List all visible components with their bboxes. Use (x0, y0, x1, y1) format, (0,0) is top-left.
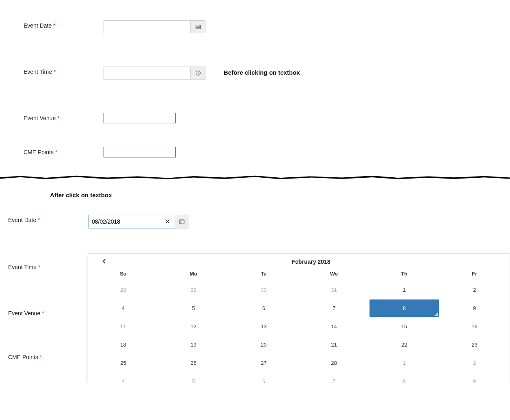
datepicker-dow: Su (88, 267, 158, 281)
clock-button[interactable] (191, 67, 205, 80)
label-event-date: Event Date * (8, 215, 88, 224)
datepicker-day[interactable]: 15 (370, 318, 439, 335)
datepicker-day[interactable]: 2 (440, 281, 509, 299)
datepicker-day[interactable]: 7 (299, 373, 369, 383)
datepicker-day[interactable]: 12 (159, 318, 228, 335)
datepicker-day[interactable]: 18 (89, 336, 158, 353)
datepicker-day[interactable]: 30 (229, 281, 298, 299)
label-text: Event Venue (24, 115, 56, 121)
row-event-venue: Event Venue * (24, 113, 486, 123)
datepicker-day[interactable]: 13 (229, 318, 298, 335)
datepicker-day[interactable]: 5 (159, 299, 228, 317)
svg-rect-6 (199, 27, 200, 28)
svg-rect-8 (198, 28, 199, 29)
label-event-date: Event Date * (24, 20, 104, 30)
event-date-input[interactable] (88, 215, 175, 228)
datepicker-dow: We (299, 267, 369, 281)
datepicker-dow: Fr (439, 267, 510, 281)
datepicker-header: February 2018 (88, 257, 510, 267)
label-cme-points: CME Points * (24, 147, 104, 157)
row-event-date: Event Date * (24, 20, 486, 33)
datepicker-day[interactable]: 8 (370, 373, 439, 383)
svg-rect-4 (197, 27, 197, 28)
svg-rect-7 (197, 28, 197, 29)
annotation-after: After click on textbox (50, 192, 502, 198)
event-date-input[interactable] (104, 20, 191, 33)
datepicker-day[interactable]: 6 (229, 299, 298, 317)
datepicker-day[interactable]: 19 (159, 336, 228, 353)
cme-points-input[interactable] (104, 147, 176, 157)
datepicker-day[interactable]: 4 (89, 299, 158, 317)
datepicker-day[interactable]: 11 (89, 318, 158, 335)
datepicker-dow-row: SuMoTuWeThFr (88, 267, 510, 281)
label-event-time: Event Time * (8, 262, 88, 271)
datepicker-day[interactable]: 28 (89, 281, 158, 299)
datepicker-day[interactable]: 23 (440, 336, 509, 353)
datepicker-day[interactable]: 5 (159, 373, 228, 383)
datepicker-prev-button[interactable] (92, 258, 117, 265)
datepicker-day[interactable]: 31 (299, 281, 369, 299)
required-marker: * (57, 115, 59, 121)
label-text: Event Date (8, 217, 36, 223)
svg-rect-19 (180, 223, 181, 224)
datepicker-day[interactable]: 4 (89, 373, 158, 383)
svg-rect-5 (198, 27, 199, 28)
event-venue-input[interactable] (104, 113, 176, 123)
datepicker-dow: Tu (229, 267, 299, 281)
calendar-icon (195, 24, 201, 30)
clear-button[interactable]: ✕ (164, 218, 171, 225)
calendar-icon (179, 219, 185, 224)
datepicker-body: 2829303112456789111213141516181920212223… (88, 281, 510, 383)
datepicker-day[interactable]: 26 (159, 354, 228, 372)
datepicker-day[interactable]: 9 (440, 299, 509, 317)
datepicker-day[interactable]: 7 (299, 299, 369, 317)
calendar-button[interactable] (191, 20, 205, 33)
datepicker-day[interactable]: 8 (370, 299, 439, 317)
required-marker: * (54, 69, 56, 75)
datepicker-day[interactable]: 9 (440, 373, 509, 383)
datepicker-week-row: 456789 (88, 299, 510, 317)
datepicker-day[interactable]: 25 (89, 354, 158, 372)
datepicker-day[interactable]: 1 (370, 281, 439, 299)
datepicker-day[interactable]: 28 (299, 354, 369, 372)
required-marker: * (38, 217, 40, 223)
datepicker-week-row: 2829303112 (88, 281, 510, 299)
datepicker-week-row: 181920212223 (88, 336, 510, 354)
datepicker-popup: February 2018 SuMoTuWeThFr 2829303112456… (88, 253, 510, 383)
datepicker-week-row: 111213141516 (88, 317, 510, 336)
datepicker-day[interactable]: 6 (229, 373, 298, 383)
datepicker-week-row: 456789 (88, 372, 510, 383)
label-event-time: Event Time * (24, 67, 104, 76)
datepicker-title[interactable]: February 2018 (117, 258, 506, 265)
datepicker-day[interactable]: 14 (299, 318, 369, 335)
row-event-date-after: Event Date * ✕ (8, 215, 502, 228)
datepicker-week-row: 2526272812 (88, 354, 510, 372)
datepicker-day[interactable]: 20 (229, 336, 298, 353)
chevron-left-icon (102, 259, 106, 264)
svg-rect-17 (182, 222, 182, 222)
datepicker-day[interactable]: 27 (229, 354, 298, 372)
section-before-click: Event Date * Event Time * Before clickin… (0, 0, 510, 174)
event-date-input-group: ✕ (88, 215, 189, 228)
svg-line-11 (198, 73, 199, 73)
required-marker: * (40, 354, 42, 360)
datepicker-day[interactable]: 29 (159, 281, 228, 299)
datepicker-day[interactable]: 1 (370, 354, 439, 372)
datepicker-day[interactable]: 16 (440, 318, 509, 335)
datepicker-day[interactable]: 21 (299, 336, 369, 353)
calendar-button[interactable] (175, 215, 189, 228)
datepicker-day[interactable]: 2 (440, 354, 509, 372)
svg-rect-16 (180, 222, 181, 222)
label-text: CME Points (24, 149, 54, 155)
event-date-input-group (104, 20, 205, 33)
datepicker-day[interactable]: 22 (370, 336, 439, 353)
label-text: CME Points (8, 354, 38, 360)
label-text: Event Venue (8, 310, 40, 317)
label-text: Event Time (8, 264, 37, 270)
section-after-click: After click on textbox Event Date * ✕ Ev… (0, 180, 510, 383)
event-time-input[interactable] (104, 67, 191, 80)
row-cme-points: CME Points * (24, 147, 486, 157)
row-event-time: Event Time * Before clicking on textbox (24, 67, 486, 80)
annotation-before: Before clicking on textbox (224, 69, 300, 76)
datepicker-dow: Th (369, 267, 439, 281)
